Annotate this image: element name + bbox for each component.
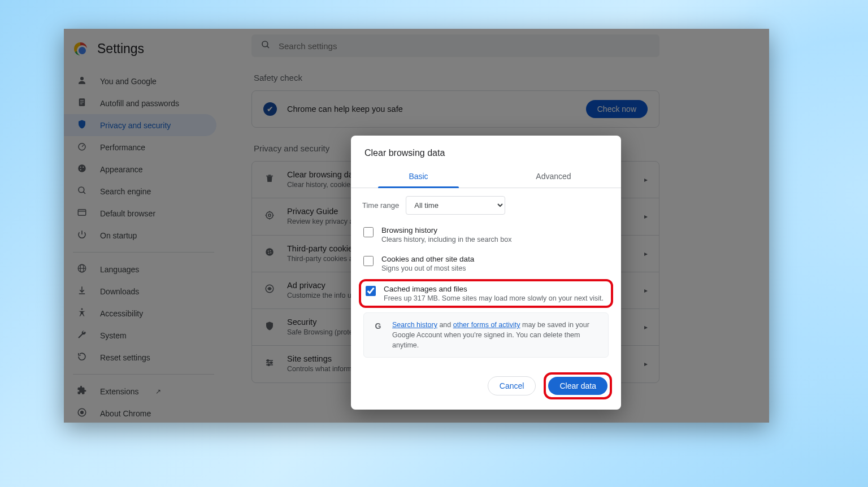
time-range-select[interactable]: All time [406, 196, 505, 215]
svg-point-25 [266, 248, 274, 256]
dialog-tabs: Basic Advanced [351, 165, 621, 188]
safety-badge-icon: ✔ [263, 102, 277, 116]
sidebar-item-accessibility[interactable]: Accessibility [64, 302, 216, 324]
svg-point-27 [270, 250, 271, 251]
shield2-icon [263, 321, 276, 334]
sidebar-item-default-browser[interactable]: Default browser [64, 202, 216, 224]
sidebar-item-privacy-and-security[interactable]: Privacy and security [64, 114, 216, 136]
globe-icon [76, 263, 88, 275]
external-link-icon: ↗ [155, 388, 161, 395]
chevron-right-icon: ▸ [644, 176, 648, 184]
svg-point-24 [268, 214, 271, 217]
power-icon [76, 229, 88, 241]
nav-separator [73, 252, 214, 253]
option-cookies-and-other-site-data: Cookies and other site dataSigns you out… [362, 249, 610, 278]
svg-rect-2 [80, 100, 84, 101]
sidebar-item-label: Downloads [100, 287, 139, 296]
settings-title: Settings [97, 41, 144, 56]
search-settings[interactable] [251, 34, 659, 57]
sidebar-item-label: Appearance [100, 165, 143, 174]
check-now-button[interactable]: Check now [586, 100, 648, 118]
tab-advanced[interactable]: Advanced [486, 165, 621, 188]
svg-point-35 [267, 360, 269, 362]
time-range-label: Time range [362, 201, 399, 210]
sidebar-item-label: Privacy and security [100, 121, 171, 130]
svg-rect-12 [78, 210, 86, 216]
option-title: Cookies and other site data [381, 255, 474, 263]
option-sub: Clears history, including in the search … [381, 236, 511, 244]
chrome-icon [74, 42, 87, 55]
chevron-right-icon: ▸ [644, 286, 648, 294]
sidebar-item-performance[interactable]: Performance [64, 136, 216, 158]
sidebar-item-you-and-google[interactable]: You and Google [64, 70, 216, 92]
sidebar-item-label: Search engine [100, 187, 151, 196]
dialog-title: Clear browsing data [351, 136, 621, 158]
svg-point-28 [268, 253, 270, 254]
google-account-info: G Search history and other forms of acti… [363, 312, 609, 358]
search-icon [76, 185, 88, 197]
safety-row: ✔ Chrome can help keep you safe Check no… [252, 91, 659, 127]
option-browsing-history: Browsing historyClears history, includin… [362, 220, 610, 249]
option-title: Browsing history [381, 226, 511, 234]
svg-point-36 [271, 362, 272, 363]
svg-point-8 [83, 167, 84, 168]
sidebar-item-about-chrome[interactable]: About Chrome [64, 402, 216, 423]
option-checkbox[interactable] [366, 286, 376, 296]
svg-line-11 [83, 192, 85, 194]
sidebar-item-system[interactable]: System [64, 324, 216, 346]
chevron-right-icon: ▸ [644, 323, 648, 331]
sidebar-item-appearance[interactable]: Appearance [64, 158, 216, 180]
safety-card: ✔ Chrome can help keep you safe Check no… [251, 90, 659, 128]
sidebar-item-label: Extensions [100, 387, 138, 396]
about-icon [76, 407, 88, 419]
sidebar-item-languages[interactable]: Languages [64, 258, 216, 280]
search-history-link[interactable]: Search history [392, 321, 437, 329]
sidebar-item-search-engine[interactable]: Search engine [64, 180, 216, 202]
sidebar-item-extensions[interactable]: Extensions↗ [64, 380, 216, 402]
chevron-right-icon: ▸ [644, 212, 648, 220]
cancel-button[interactable]: Cancel [488, 376, 536, 395]
ads-icon [263, 284, 276, 297]
svg-point-6 [78, 164, 86, 172]
svg-point-21 [262, 41, 268, 47]
cookie-icon [263, 247, 276, 260]
sidebar-item-label: Accessibility [100, 309, 143, 318]
sidebar-item-downloads[interactable]: Downloads [64, 280, 216, 302]
svg-point-7 [80, 167, 81, 168]
sidebar-item-on-startup[interactable]: On startup [64, 224, 216, 246]
sidebar-item-reset-settings[interactable]: Reset settings [64, 346, 216, 368]
svg-point-29 [270, 253, 271, 254]
option-checkbox[interactable] [363, 256, 374, 266]
safety-text: Chrome can help keep you safe [287, 105, 403, 114]
clear-browsing-data-dialog: Clear browsing data Basic Advanced Time … [351, 136, 621, 410]
svg-point-18 [81, 308, 83, 310]
other-activity-link[interactable]: other forms of activity [453, 321, 520, 329]
clear-data-highlight: Clear data [544, 372, 612, 399]
svg-point-20 [81, 411, 84, 414]
tune-icon [263, 358, 276, 371]
ext-icon [76, 385, 88, 397]
shield-icon [76, 119, 88, 131]
sidebar-item-label: Autofill and passwords [100, 99, 179, 108]
sidebar-item-label: Reset settings [100, 353, 150, 362]
chevron-right-icon: ▸ [644, 360, 648, 368]
svg-point-23 [266, 212, 273, 219]
svg-point-10 [79, 187, 84, 193]
autofill-icon [76, 97, 88, 109]
reset-icon [76, 351, 88, 363]
sidebar-item-label: System [100, 331, 127, 340]
option-checkbox[interactable] [363, 227, 374, 237]
download-icon [76, 285, 88, 297]
browser-icon [76, 207, 88, 219]
tab-basic[interactable]: Basic [351, 165, 486, 188]
access-icon [76, 307, 88, 319]
clear-data-button[interactable]: Clear data [548, 377, 607, 395]
paint-icon [76, 163, 88, 175]
sidebar-item-autofill-and-passwords[interactable]: Autofill and passwords [64, 92, 216, 114]
sidebar-item-label: Default browser [100, 209, 155, 218]
trash-icon [263, 173, 276, 186]
brand: Settings [64, 36, 223, 70]
person-icon [76, 75, 88, 87]
svg-point-0 [80, 77, 84, 80]
search-input[interactable] [279, 41, 650, 51]
